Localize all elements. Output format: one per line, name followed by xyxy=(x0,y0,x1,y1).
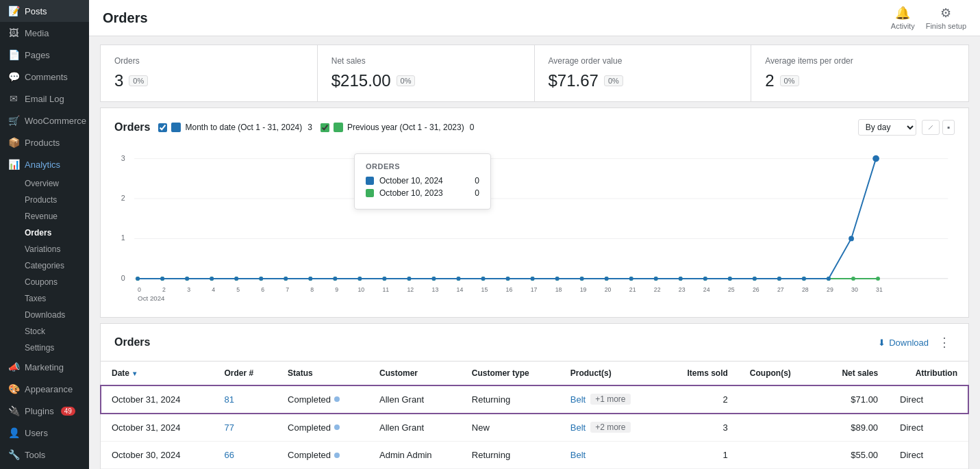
sidebar-item-posts[interactable]: 📝 Posts xyxy=(0,0,89,22)
legend-color-period1 xyxy=(171,123,181,132)
svg-point-96 xyxy=(753,277,757,281)
chart-svg: 3 2 1 0 0 2 3 4 5 6 7 8 9 10 11 xyxy=(114,147,955,304)
cell-items-sold: 2 xyxy=(661,385,738,414)
order-link[interactable]: 77 xyxy=(224,422,234,433)
sidebar-item-marketing[interactable]: 📣 Marketing xyxy=(0,356,89,378)
more-tag[interactable]: +2 more xyxy=(590,422,630,433)
sidebar-sub-stock[interactable]: Stock xyxy=(19,323,89,340)
tooltip-title: ORDERS xyxy=(366,162,479,170)
svg-point-71 xyxy=(136,277,140,281)
analytics-submenu: Overview Products Revenue Orders Variati… xyxy=(0,175,89,356)
product-link[interactable]: Belt xyxy=(570,394,586,405)
sidebar-sub-orders[interactable]: Orders xyxy=(19,225,89,241)
activity-button[interactable]: 🔔 Activity xyxy=(891,5,915,30)
cell-customer-type: Returning xyxy=(461,385,560,414)
svg-point-76 xyxy=(259,277,263,281)
bar-chart-button[interactable]: ▪ xyxy=(942,120,955,135)
chart-title: Orders xyxy=(114,121,150,134)
chart-legend-period1: Month to date (Oct 1 - 31, 2024) 3 xyxy=(158,123,312,132)
sidebar-item-comments[interactable]: 💬 Comments xyxy=(0,66,89,88)
col-attribution: Attribution xyxy=(889,362,968,385)
sub-label-settings: Settings xyxy=(25,343,54,353)
download-button[interactable]: ⬇ Download xyxy=(878,338,929,348)
sidebar-item-media[interactable]: 🖼 Media xyxy=(0,22,89,44)
svg-point-74 xyxy=(210,277,214,281)
sidebar-item-analytics[interactable]: 📊 Analytics xyxy=(0,153,89,175)
stat-orders-badge: 0% xyxy=(129,75,148,86)
table-row[interactable]: October 30, 2024 66 Completed Admin Admi… xyxy=(101,442,968,469)
product-link[interactable]: Belt xyxy=(570,422,586,433)
chart-period2-checkbox[interactable] xyxy=(321,123,329,132)
sub-label-orders: Orders xyxy=(25,228,51,238)
cell-customer-type: New xyxy=(461,414,560,442)
chart-period1-checkbox[interactable] xyxy=(158,123,167,132)
sidebar-item-pages[interactable]: 📄 Pages xyxy=(0,44,89,66)
finish-setup-button[interactable]: ⚙ Finish setup xyxy=(926,5,966,30)
svg-point-81 xyxy=(382,277,386,281)
product-tag: Belt +1 more xyxy=(570,394,631,405)
cell-customer-type: Returning xyxy=(461,442,560,469)
svg-point-78 xyxy=(308,277,312,281)
tooltip-row-2: October 10, 2023 0 xyxy=(366,188,479,198)
sidebar-sub-products[interactable]: Products xyxy=(19,192,89,208)
stat-orders-label: Orders xyxy=(114,56,303,66)
sidebar-item-settings[interactable]: ⚙ Settings xyxy=(0,466,89,469)
page-title: Orders xyxy=(103,10,148,26)
chart-controls: By day By week By month ⟋ ▪ xyxy=(858,119,955,136)
users-icon: 👤 xyxy=(8,427,19,438)
by-day-select[interactable]: By day By week By month xyxy=(858,119,916,136)
sub-label-products: Products xyxy=(25,195,57,205)
stat-orders: Orders 3 0% xyxy=(101,45,318,101)
tooltip-label-2: October 10, 2023 xyxy=(379,188,469,198)
order-link[interactable]: 81 xyxy=(224,394,234,405)
cell-attribution: Direct xyxy=(889,442,968,469)
sidebar-item-appearance[interactable]: 🎨 Appearance xyxy=(0,378,89,400)
more-tag[interactable]: +1 more xyxy=(590,394,630,405)
table-row[interactable]: October 31, 2024 77 Completed Allen Gran… xyxy=(101,414,968,442)
product-link[interactable]: Belt xyxy=(570,450,586,460)
orders-table-section: Orders ⬇ Download ⋮ Date ▾ Order # Statu… xyxy=(100,323,969,469)
svg-point-90 xyxy=(605,277,609,281)
sidebar-sub-categories[interactable]: Categories xyxy=(19,257,89,274)
table-row[interactable]: October 31, 2024 81 Completed Allen Gran… xyxy=(101,385,968,414)
svg-text:4: 4 xyxy=(212,286,215,293)
sidebar-label-email-log: Email Log xyxy=(25,94,64,104)
stat-avg-order-value: $71.67 0% xyxy=(549,71,738,90)
svg-point-89 xyxy=(580,277,584,281)
cell-date: October 31, 2024 xyxy=(101,385,213,414)
sidebar-sub-coupons[interactable]: Coupons xyxy=(19,274,89,290)
svg-text:2: 2 xyxy=(121,194,125,202)
sidebar-sub-overview[interactable]: Overview xyxy=(19,175,89,192)
sidebar-item-woocommerce[interactable]: 🛒 WooCommerce xyxy=(0,110,89,131)
cell-customer: Admin Admin xyxy=(368,442,461,469)
sidebar-sub-taxes[interactable]: Taxes xyxy=(19,290,89,307)
cell-order: 81 xyxy=(213,385,277,414)
comments-icon: 💬 xyxy=(8,71,19,82)
svg-text:8: 8 xyxy=(310,286,314,293)
sidebar-item-email-log[interactable]: ✉ Email Log xyxy=(0,88,89,110)
svg-point-75 xyxy=(234,277,238,281)
chart-header: Orders Month to date (Oct 1 - 31, 2024) … xyxy=(114,119,955,136)
sidebar-label-comments: Comments xyxy=(25,72,68,82)
sidebar-sub-revenue[interactable]: Revenue xyxy=(19,208,89,225)
svg-point-95 xyxy=(728,277,732,281)
sidebar-item-tools[interactable]: 🔧 Tools xyxy=(0,444,89,466)
sidebar-label-pages: Pages xyxy=(25,50,50,60)
sidebar-item-plugins[interactable]: 🔌 Plugins 49 xyxy=(0,400,89,422)
svg-text:19: 19 xyxy=(580,286,587,293)
sidebar-sub-variations[interactable]: Variations xyxy=(19,241,89,257)
svg-text:29: 29 xyxy=(827,286,833,293)
order-link[interactable]: 66 xyxy=(224,450,234,460)
col-products: Product(s) xyxy=(560,362,662,385)
svg-point-86 xyxy=(506,277,510,281)
more-options-button[interactable]: ⋮ xyxy=(934,333,955,351)
sidebar-item-users[interactable]: 👤 Users xyxy=(0,422,89,444)
line-chart-button[interactable]: ⟋ xyxy=(922,120,940,135)
sidebar-sub-settings[interactable]: Settings xyxy=(19,340,89,356)
sidebar-item-products[interactable]: 📦 Products xyxy=(0,131,89,153)
sidebar-sub-downloads[interactable]: Downloads xyxy=(19,307,89,323)
status-dot xyxy=(334,424,340,430)
cell-status: Completed xyxy=(277,385,368,414)
svg-text:13: 13 xyxy=(432,286,439,293)
col-date[interactable]: Date ▾ xyxy=(101,362,213,385)
